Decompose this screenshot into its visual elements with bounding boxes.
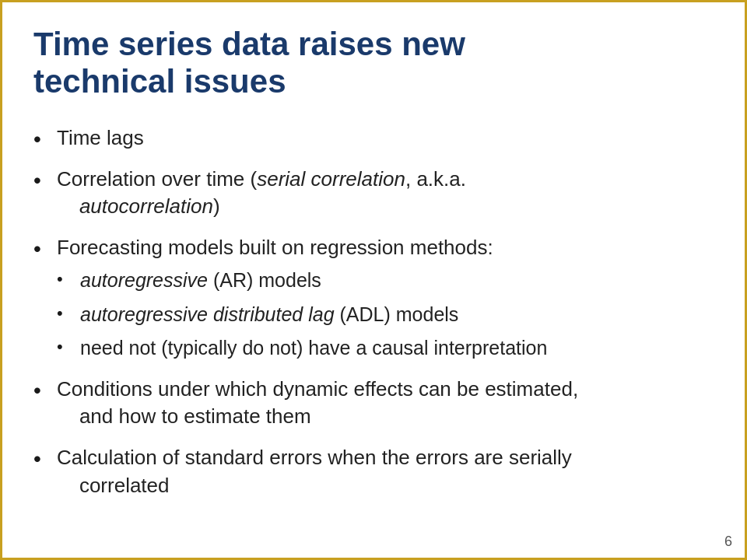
bullet-time-lags: Time lags — [33, 124, 714, 152]
slide-number: 6 — [724, 534, 732, 550]
sub-ar-normal: (AR) models — [208, 269, 321, 291]
sub-bullet-adl: autoregressive distributed lag (ADL) mod… — [57, 302, 714, 328]
sub-adl-normal: (ADL) models — [335, 303, 459, 325]
sub-bullet-list: autoregressive (AR) models autoregressiv… — [57, 268, 714, 362]
autocorrelation-italic: autocorrelation — [79, 194, 213, 218]
bullet-time-lags-text: Time lags — [57, 126, 144, 149]
bullet-forecasting-text: Forecasting models built on regression m… — [57, 236, 493, 259]
sub-bullet-causal: need not (typically do not) have a causa… — [57, 335, 714, 362]
slide: Time series data raises new technical is… — [0, 0, 747, 560]
sub-causal-text: need not (typically do not) have a causa… — [80, 337, 547, 359]
main-bullet-list: Time lags Correlation over time (serial … — [33, 124, 714, 499]
bullet-calculation-text: Calculation of standard errors when the … — [57, 446, 572, 496]
bullet-calculation: Calculation of standard errors when the … — [33, 444, 714, 499]
bullet-forecasting: Forecasting models built on regression m… — [33, 234, 714, 362]
sub-ar-italic: autoregressive — [80, 269, 208, 291]
serial-correlation-italic: serial correlation — [257, 167, 405, 191]
sub-bullet-ar: autoregressive (AR) models — [57, 268, 714, 294]
slide-title-line1: Time series data raises new — [33, 26, 465, 62]
bullet-conditions-text: Conditions under which dynamic effects c… — [57, 377, 578, 428]
slide-title-line2: technical issues — [33, 63, 286, 100]
slide-title: Time series data raises new technical is… — [33, 26, 714, 101]
bullet-correlation-text: Correlation over time (serial correlatio… — [57, 167, 466, 218]
bullet-conditions: Conditions under which dynamic effects c… — [33, 376, 714, 430]
sub-adl-italic: autoregressive distributed lag — [80, 303, 335, 325]
bullet-correlation: Correlation over time (serial correlatio… — [33, 166, 714, 220]
